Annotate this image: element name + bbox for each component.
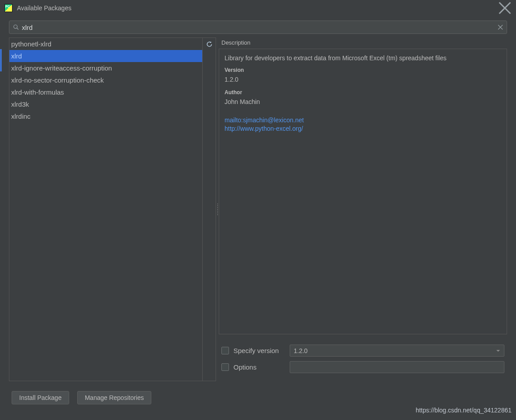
refresh-icon[interactable] — [206, 41, 213, 50]
watermark-text: https://blog.csdn.net/qq_34122861 — [416, 407, 512, 414]
description-section-title: Description — [219, 37, 507, 49]
package-author: John Machin — [225, 98, 501, 105]
package-item[interactable]: xlrd-ignore-writeaccess-corruption — [9, 62, 202, 74]
specify-version-checkbox[interactable] — [221, 347, 229, 354]
package-item[interactable]: xlrd3k — [9, 98, 202, 110]
mailto-link[interactable]: mailto:sjmachin@lexicon.net — [225, 116, 501, 125]
window-title: Available Packages — [17, 4, 71, 12]
description-box: Library for developers to extract data f… — [219, 49, 507, 334]
options-checkbox[interactable] — [221, 363, 229, 371]
titlebar: Available Packages — [0, 0, 516, 16]
pycharm-icon — [4, 4, 12, 12]
package-item[interactable]: pythonetl-xlrd — [9, 38, 202, 50]
options-label: Options — [233, 363, 290, 371]
package-item[interactable]: xlrd — [9, 50, 202, 62]
chevron-down-icon — [496, 347, 500, 354]
homepage-link[interactable]: http://www.python-excel.org/ — [225, 125, 501, 133]
close-icon[interactable] — [498, 1, 512, 15]
package-version: 1.2.0 — [225, 76, 501, 83]
package-description: Library for developers to extract data f… — [225, 54, 501, 62]
search-icon — [13, 24, 19, 30]
manage-repositories-button[interactable]: Manage Repositories — [77, 391, 151, 404]
detail-panel: Description Library for developers to ex… — [219, 37, 507, 381]
version-select[interactable]: 1.2.0 — [290, 345, 504, 357]
search-box[interactable] — [9, 21, 507, 34]
version-select-value: 1.2.0 — [294, 347, 308, 354]
package-list[interactable]: pythonetl-xlrdxlrdxlrd-ignore-writeacces… — [9, 38, 202, 381]
clear-search-icon[interactable] — [498, 24, 503, 31]
package-item[interactable]: xlrdinc — [9, 110, 202, 122]
package-item[interactable]: xlrd-with-formulas — [9, 86, 202, 98]
install-package-button[interactable]: Install Package — [12, 391, 69, 404]
author-label: Author — [225, 89, 501, 96]
version-label: Version — [225, 67, 501, 73]
package-item[interactable]: xlrd-no-sector-corruption-check — [9, 74, 202, 86]
search-input[interactable] — [22, 24, 498, 31]
options-input[interactable] — [290, 361, 504, 373]
specify-version-label: Specify version — [233, 347, 290, 354]
left-accent-bar — [0, 49, 2, 71]
package-list-container: pythonetl-xlrdxlrdxlrd-ignore-writeacces… — [9, 37, 216, 381]
svg-point-0 — [14, 25, 17, 29]
